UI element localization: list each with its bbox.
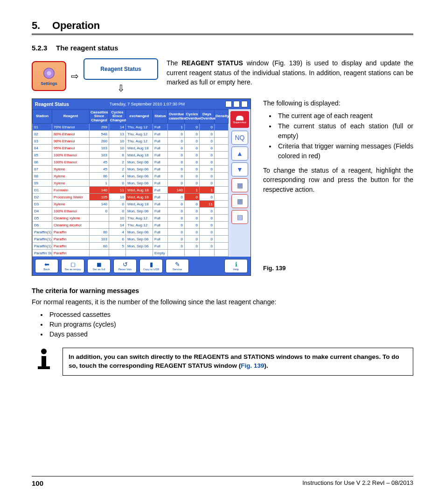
table-row[interactable]: 06100% Ethanol452Mon, Sep 06Full000 xyxy=(33,159,229,166)
table-cell: 0 xyxy=(168,180,185,187)
table-header[interactable]: Cycles Overdue xyxy=(185,110,200,124)
table-cell xyxy=(215,173,229,180)
page-number: 100 xyxy=(32,479,43,487)
table-row[interactable]: 07Xylene452Mon, Sep 06Full000 xyxy=(33,166,229,173)
stations-button[interactable]: ▦ xyxy=(231,194,248,208)
table-cell: 0 xyxy=(168,201,185,208)
table-header[interactable]: Station xyxy=(33,110,52,124)
table-header[interactable]: exchanged xyxy=(126,110,153,124)
chapter-rule xyxy=(32,34,413,35)
set-empty-button[interactable]: ◻Set as empty xyxy=(61,259,84,273)
display-intro: The following is displayed: xyxy=(263,98,413,108)
table-cell: 10 xyxy=(109,138,126,145)
table-cell: 08 xyxy=(33,173,52,180)
table-cell: Wed, Aug 18 xyxy=(126,145,153,152)
table-cell: 6 xyxy=(109,236,126,243)
table-cell: 09 xyxy=(33,180,52,187)
table-cell: D3 xyxy=(33,201,52,208)
list-item: The current age of each reagent xyxy=(276,111,413,121)
table-row[interactable]: D4100% Ethanol00Mon, Sep 06Full000 xyxy=(33,208,229,215)
table-cell: Full xyxy=(153,194,168,201)
table-row[interactable]: Paraffin(1)Paraffin1036Mon, Sep 06Full00… xyxy=(33,236,229,243)
supervisor-badge[interactable]: Supervisor xyxy=(230,111,249,128)
table-cell xyxy=(215,166,229,173)
table-header[interactable]: Cassettes Since Changed xyxy=(90,110,109,124)
table-cell xyxy=(90,250,109,257)
table-row[interactable]: 09Xylene10Mon, Sep 06Full000 xyxy=(33,180,229,187)
table-row[interactable]: Paraffin(1)Paraffin605Mon, Sep 06Full000 xyxy=(33,243,229,250)
window-control-icon[interactable] xyxy=(233,101,240,107)
table-row[interactable]: D6Cleaning alcohol14Thu, Aug 12Full000 xyxy=(33,222,229,229)
reset-button[interactable]: ↺Reset Vals xyxy=(113,259,137,273)
table-row[interactable]: Paraffin StationParaffinEmpty xyxy=(33,250,229,257)
table-cell: 0 xyxy=(185,201,200,208)
table-cell: Full xyxy=(153,180,168,187)
table-header[interactable]: Reagent xyxy=(52,110,90,124)
table-row[interactable]: 0280% Ethanol54813Thu, Aug 12Full000 xyxy=(33,131,229,138)
table-cell: 04 xyxy=(33,145,52,152)
table-cell: 103 xyxy=(90,152,109,159)
help-button[interactable]: ℹHelp xyxy=(224,259,248,273)
table-cell: 0 xyxy=(168,166,185,173)
intro-paragraph: The REAGENT STATUS window (Fig. 139) is … xyxy=(167,58,413,87)
reagent-table[interactable]: StationReagentCassettes Since ChangedCyc… xyxy=(32,109,229,257)
table-cell: 0 xyxy=(200,159,215,166)
scroll-down-button[interactable]: ▼ xyxy=(231,162,248,176)
table-row[interactable]: 0390% Ethanol20010Thu, Aug 12Full000 xyxy=(33,138,229,145)
table-header[interactable]: Cycles Since Changed xyxy=(109,110,126,124)
table-cell: 0 xyxy=(185,138,200,145)
table-cell: 90% Ethanol xyxy=(52,138,90,145)
window-control-icon[interactable] xyxy=(241,101,248,107)
table-cell: 0 xyxy=(168,222,185,229)
set-full-button[interactable]: ◼Set as full xyxy=(87,259,111,273)
table-cell: D4 xyxy=(33,208,52,215)
figure-link[interactable]: Fig. 139 xyxy=(241,362,264,369)
table-cell xyxy=(200,250,215,257)
table-cell: 11 xyxy=(109,187,126,194)
table-row[interactable]: 0495% Ethanol10310Wed, Aug 18Full000 xyxy=(33,145,229,152)
reagent-status-button[interactable]: Reagent Status xyxy=(83,58,158,80)
table-row[interactable]: D1Formalin14011Wed, Aug 18Full14011 xyxy=(33,187,229,194)
note-text: In addition, you can switch directly to … xyxy=(63,348,413,376)
table-cell: 0 xyxy=(185,243,200,250)
table-cell: 0 xyxy=(168,236,185,243)
reagents-button[interactable]: ▦ xyxy=(231,178,248,192)
window-control-icon[interactable] xyxy=(225,101,232,107)
table-header[interactable]: Density xyxy=(215,110,229,124)
table-header[interactable]: Status xyxy=(153,110,168,124)
table-cell: 07 xyxy=(33,166,52,173)
settings-tile[interactable]: Settings xyxy=(32,61,66,91)
table-row[interactable]: 08Xylene864Mon, Sep 06Full000 xyxy=(33,173,229,180)
table-cell: 0 xyxy=(109,180,126,187)
table-row[interactable]: D2Processing Water10510Wed, Aug 18Full00… xyxy=(33,194,229,201)
table-cell: 0 xyxy=(109,201,126,208)
table-cell: 0 xyxy=(200,180,215,187)
full-icon: ◼ xyxy=(97,261,102,267)
table-header[interactable]: Overdue cassettes xyxy=(168,110,185,124)
table-row[interactable]: Paraffin(1)Paraffin804Mon, Sep 06Full000 xyxy=(33,229,229,236)
table-cell: 103 xyxy=(90,236,109,243)
table-cell: 0 xyxy=(185,159,200,166)
table-cell: 45 xyxy=(90,159,109,166)
table-row[interactable]: 0170% Ethanol29914Thu, Aug 12Full100 xyxy=(33,124,229,131)
table-cell xyxy=(215,131,229,138)
service-button[interactable]: ✎Service xyxy=(166,259,189,273)
table-cell xyxy=(168,250,185,257)
table-cell: 1 xyxy=(200,187,215,194)
doc-version: Instructions for Use V 2.2 RevI – 08/201… xyxy=(302,479,413,487)
table-cell: Full xyxy=(153,236,168,243)
table-cell: Full xyxy=(153,208,168,215)
back-button[interactable]: ⬅Back xyxy=(35,259,58,273)
table-row[interactable]: D3Xylene1400Wed, Aug 18Full0011 xyxy=(33,201,229,208)
table-row[interactable]: D5Cleaning xylene10Thu, Aug 12Full000 xyxy=(33,215,229,222)
schedule-button[interactable]: ▤ xyxy=(231,210,248,224)
table-cell: 05 xyxy=(33,152,52,159)
table-cell: Paraffin xyxy=(52,243,90,250)
copy-usb-button[interactable]: ▮Copy to USB xyxy=(139,259,163,273)
table-row[interactable]: 05100% Ethanol1038Wed, Aug 18Full000 xyxy=(33,152,229,159)
nq-button[interactable]: NQ xyxy=(231,131,248,145)
table-cell: 1 xyxy=(185,187,200,194)
table-header[interactable]: Days Overdue xyxy=(200,110,215,124)
scroll-up-button[interactable]: ▲ xyxy=(231,147,248,161)
table-cell: D1 xyxy=(33,187,52,194)
